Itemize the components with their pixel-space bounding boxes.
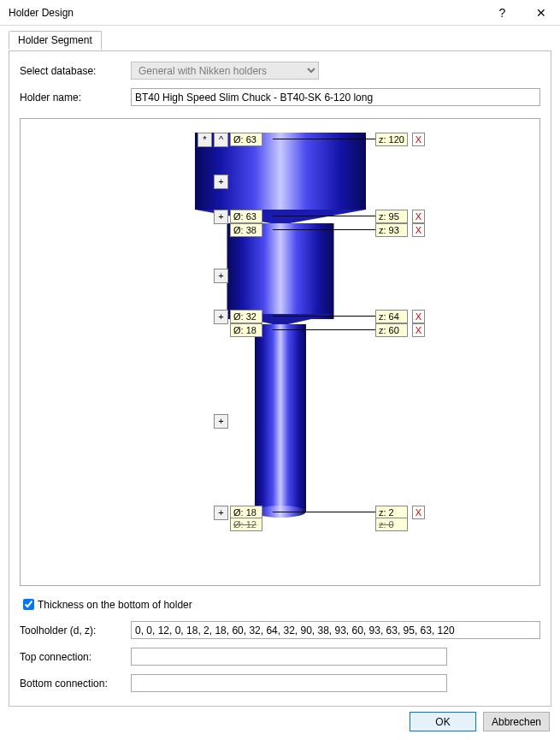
holder-name-label: Holder name:: [20, 92, 131, 104]
diameter-label[interactable]: Ø: 32: [230, 310, 262, 323]
cancel-button[interactable]: Abbrechen: [483, 712, 550, 731]
bottom-connection-label: Bottom connection:: [20, 678, 131, 690]
holder-preview-canvas: * ^ Ø: 63 z: 120 X + + Ø: 63 z: 95 X Ø: …: [20, 118, 540, 586]
toolholder-input[interactable]: [131, 621, 540, 639]
delete-x-button[interactable]: X: [412, 223, 425, 237]
leader-line: [273, 329, 375, 330]
plus-button[interactable]: +: [214, 414, 228, 429]
window-title: Holder Design: [9, 7, 483, 19]
delete-x-button[interactable]: X: [412, 210, 425, 223]
leader-line: [273, 512, 375, 512]
help-button[interactable]: ?: [483, 0, 522, 26]
delete-x-button[interactable]: X: [412, 506, 425, 519]
z-label[interactable]: z: 120: [375, 133, 408, 146]
z-label[interactable]: z: 95: [375, 210, 408, 223]
plus-button[interactable]: +: [214, 269, 228, 283]
leader-line: [273, 216, 375, 216]
tab-holder-segment[interactable]: Holder Segment: [9, 31, 102, 50]
leader-line: [273, 229, 375, 230]
top-connection-label: Top connection:: [20, 651, 131, 663]
leader-line: [273, 139, 375, 139]
z-label[interactable]: z: 64: [375, 310, 408, 323]
diameter-label[interactable]: Ø: 18: [230, 323, 262, 337]
delete-x-button[interactable]: X: [412, 323, 425, 337]
thickness-label: Thickness on the bottom of holder: [38, 599, 192, 611]
diameter-label[interactable]: Ø: 12: [230, 518, 262, 531]
z-label[interactable]: z: 93: [375, 223, 408, 237]
close-button[interactable]: ✕: [522, 0, 560, 26]
select-database-label: Select database:: [20, 65, 131, 77]
plus-button[interactable]: +: [214, 310, 228, 324]
tab-panel: Select database: General with Nikken hol…: [9, 50, 551, 707]
diameter-label[interactable]: Ø: 38: [230, 223, 262, 237]
delete-x-button[interactable]: X: [412, 133, 425, 146]
plus-button[interactable]: +: [214, 506, 228, 520]
plus-button[interactable]: +: [214, 210, 228, 224]
z-label[interactable]: z: 0: [375, 518, 408, 531]
diameter-label[interactable]: Ø: 63: [230, 133, 262, 146]
holder-name-input[interactable]: [131, 88, 540, 106]
thickness-checkbox[interactable]: [23, 599, 34, 610]
plus-button[interactable]: +: [214, 175, 228, 189]
delete-x-button[interactable]: X: [412, 310, 425, 323]
star-button[interactable]: *: [197, 133, 212, 147]
z-label[interactable]: z: 60: [375, 323, 408, 337]
holder-segment-mid: [227, 223, 333, 319]
ok-button[interactable]: OK: [410, 712, 476, 731]
leader-line: [273, 316, 375, 317]
toolholder-label: Toolholder (d, z):: [20, 625, 131, 636]
bottom-connection-input[interactable]: [131, 674, 447, 692]
diameter-label[interactable]: Ø: 63: [230, 210, 262, 223]
select-database-dropdown[interactable]: General with Nikken holders: [131, 62, 319, 80]
holder-segment-bot: [255, 324, 306, 512]
top-connection-input[interactable]: [131, 648, 447, 666]
caret-button[interactable]: ^: [214, 133, 228, 147]
